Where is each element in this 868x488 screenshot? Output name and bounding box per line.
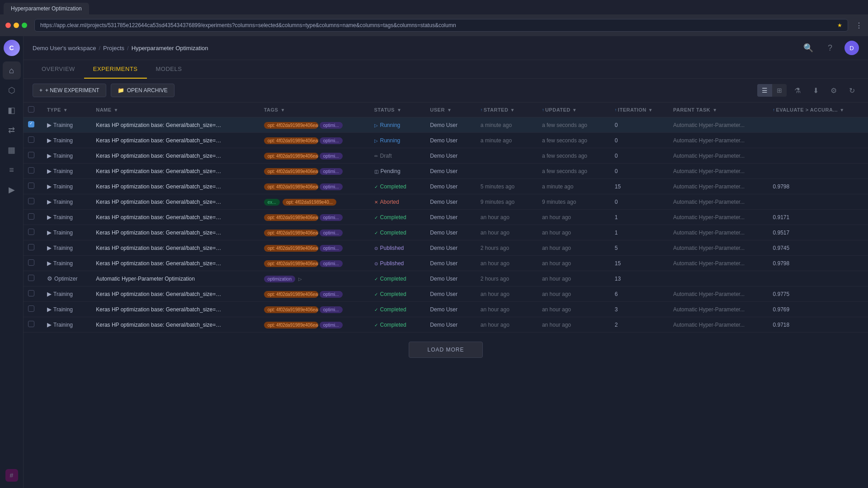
- help-button[interactable]: ?: [823, 41, 837, 55]
- table-row[interactable]: ▶ Training Keras HP optimization base: G…: [24, 302, 868, 317]
- td-parent[interactable]: Automatic Hyper-Parameter...: [669, 256, 768, 271]
- td-name[interactable]: Keras HP optimization base: General/batc…: [91, 133, 259, 148]
- td-parent[interactable]: Automatic Hyper-Parameter...: [669, 148, 768, 164]
- row-checkbox[interactable]: [28, 305, 34, 312]
- th-score[interactable]: ↑ evaluate > accura... ▼: [769, 103, 868, 117]
- td-parent[interactable]: Automatic Hyper-Parameter...: [669, 286, 768, 302]
- td-checkbox[interactable]: [24, 225, 42, 240]
- list-view-button[interactable]: ☰: [757, 84, 772, 97]
- td-name[interactable]: Keras HP optimization base: General/batc…: [91, 286, 259, 302]
- td-name[interactable]: Keras HP optimization base: General/batc…: [91, 302, 259, 317]
- td-checkbox[interactable]: [24, 317, 42, 333]
- sidebar-item-slack[interactable]: #: [3, 466, 21, 484]
- table-row[interactable]: ▶ Training Keras HP optimization base: G…: [24, 117, 868, 133]
- td-parent[interactable]: Automatic Hyper-Parameter...: [669, 133, 768, 148]
- breadcrumb-projects[interactable]: Projects: [103, 45, 124, 52]
- table-row[interactable]: ▶ Training Keras HP optimization base: G…: [24, 210, 868, 225]
- td-name[interactable]: Keras HP optimization base: General/batc…: [91, 225, 259, 240]
- td-checkbox[interactable]: [24, 117, 42, 133]
- th-status[interactable]: STATUS ▼: [370, 103, 426, 117]
- row-checkbox[interactable]: [28, 136, 34, 143]
- bookmark-icon[interactable]: ★: [837, 22, 842, 28]
- td-name[interactable]: Keras HP optimization base: General/batc…: [91, 117, 259, 133]
- td-parent[interactable]: Automatic Hyper-Parameter...: [669, 164, 768, 179]
- browser-tab[interactable]: Hyperparameter Optimization: [4, 3, 89, 14]
- td-parent[interactable]: Automatic Hyper-Parameter...: [669, 117, 768, 133]
- td-checkbox[interactable]: [24, 148, 42, 164]
- td-checkbox[interactable]: [24, 256, 42, 271]
- tab-overview[interactable]: OVERVIEW: [33, 60, 84, 79]
- tab-experiments[interactable]: EXPERIMENTS: [84, 60, 147, 79]
- td-checkbox[interactable]: [24, 194, 42, 210]
- open-archive-button[interactable]: 📁 OPEN ARCHIVE: [111, 84, 175, 97]
- download-button[interactable]: ⬇: [808, 83, 823, 98]
- th-name[interactable]: NAME ▼: [91, 103, 259, 117]
- table-row[interactable]: ▶ Training Keras HP optimization base: G…: [24, 256, 868, 271]
- table-row[interactable]: ▶ Training Keras HP optimization base: G…: [24, 286, 868, 302]
- breadcrumb-workspace[interactable]: Demo User's workspace: [33, 45, 96, 52]
- settings-button[interactable]: ⚙: [826, 83, 841, 98]
- url-bar[interactable]: https://app.clear.ml/projects/531785e122…: [34, 19, 848, 32]
- td-parent[interactable]: Automatic Hyper-Parameter...: [669, 317, 768, 333]
- app-logo[interactable]: C: [4, 40, 20, 56]
- search-button[interactable]: 🔍: [801, 41, 816, 55]
- td-parent[interactable]: Automatic Hyper-Parameter...: [669, 302, 768, 317]
- user-avatar[interactable]: D: [844, 41, 859, 55]
- th-started[interactable]: ↑ STARTED ▼: [476, 103, 538, 117]
- td-parent[interactable]: Automatic Hyper-Parameter...: [669, 225, 768, 240]
- filter-button[interactable]: ⚗: [790, 83, 805, 98]
- table-row[interactable]: ▶ Training Keras HP optimization base: G…: [24, 317, 868, 333]
- td-checkbox[interactable]: [24, 133, 42, 148]
- td-checkbox[interactable]: [24, 179, 42, 194]
- table-row[interactable]: ▶ Training Keras HP optimization base: G…: [24, 164, 868, 179]
- td-name[interactable]: Keras HP optimization base: General/batc…: [91, 194, 259, 210]
- table-row[interactable]: ▶ Training Keras HP optimization base: G…: [24, 225, 868, 240]
- table-row[interactable]: ▶ Training Keras HP optimization base: G…: [24, 148, 868, 164]
- tab-models[interactable]: MODELS: [147, 60, 191, 79]
- sidebar-item-home[interactable]: ⌂: [3, 61, 21, 80]
- row-checkbox[interactable]: [28, 121, 34, 127]
- td-parent[interactable]: Automatic Hyper-Parameter...: [669, 240, 768, 256]
- row-checkbox[interactable]: [28, 167, 34, 174]
- sidebar-item-pipelines[interactable]: ⇄: [3, 121, 21, 139]
- td-name[interactable]: Keras HP optimization base: General/batc…: [91, 179, 259, 194]
- row-checkbox[interactable]: [28, 152, 34, 158]
- sidebar-item-deploy[interactable]: ▶: [3, 181, 21, 199]
- td-checkbox[interactable]: [24, 302, 42, 317]
- td-name[interactable]: Keras HP optimization base: General/batc…: [91, 164, 259, 179]
- th-tags[interactable]: TAGS ▼: [259, 103, 370, 117]
- th-updated[interactable]: ↑ UPDATED ▼: [538, 103, 610, 117]
- th-select-all[interactable]: [24, 103, 42, 117]
- td-checkbox[interactable]: [24, 240, 42, 256]
- td-name[interactable]: Keras HP optimization base: General/batc…: [91, 256, 259, 271]
- table-row[interactable]: ▶ Training Keras HP optimization base: G…: [24, 179, 868, 194]
- row-checkbox[interactable]: [28, 213, 34, 220]
- row-checkbox[interactable]: [28, 275, 34, 281]
- row-checkbox[interactable]: [28, 198, 34, 204]
- sidebar-item-brain[interactable]: ⬡: [3, 81, 21, 99]
- td-name[interactable]: Keras HP optimization base: General/batc…: [91, 148, 259, 164]
- td-parent[interactable]: Automatic Hyper-Parameter...: [669, 210, 768, 225]
- td-parent[interactable]: Automatic Hyper-Parameter...: [669, 179, 768, 194]
- row-checkbox[interactable]: [28, 290, 34, 296]
- th-iteration[interactable]: ↑ ITERATION ▼: [610, 103, 669, 117]
- row-checkbox[interactable]: [28, 244, 34, 250]
- sidebar-item-layers[interactable]: ◧: [3, 101, 21, 119]
- table-row[interactable]: ▶ Training Keras HP optimization base: G…: [24, 240, 868, 256]
- sidebar-item-reports[interactable]: ≡: [3, 161, 21, 179]
- td-name[interactable]: Keras HP optimization base: General/batc…: [91, 240, 259, 256]
- td-name[interactable]: Keras HP optimization base: General/batc…: [91, 210, 259, 225]
- refresh-button[interactable]: ↻: [844, 83, 859, 98]
- load-more-button[interactable]: LOAD MORE: [409, 342, 482, 358]
- th-parent-task[interactable]: PARENT TASK ▼: [669, 103, 768, 117]
- row-checkbox[interactable]: [28, 229, 34, 235]
- td-parent[interactable]: Automatic Hyper-Parameter...: [669, 194, 768, 210]
- new-experiment-button[interactable]: + + NEW EXPERIMENT: [33, 84, 106, 97]
- td-name[interactable]: Automatic Hyper-Parameter Optimization: [91, 271, 259, 286]
- maximize-window-button[interactable]: [22, 23, 27, 28]
- row-checkbox[interactable]: [28, 259, 34, 266]
- td-checkbox[interactable]: [24, 164, 42, 179]
- td-checkbox[interactable]: [24, 210, 42, 225]
- td-checkbox[interactable]: [24, 286, 42, 302]
- select-all-checkbox[interactable]: [28, 106, 34, 113]
